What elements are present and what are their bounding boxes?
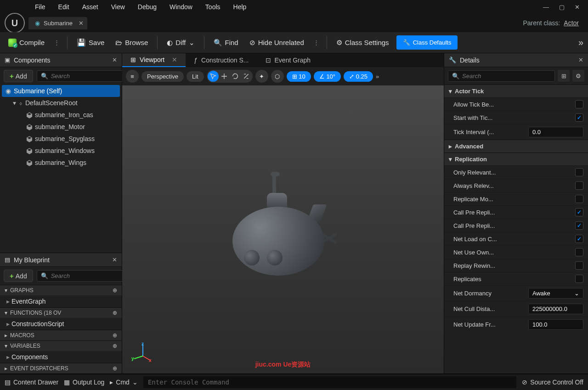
component-item[interactable]: submarine_Spyglass	[0, 133, 122, 145]
overflow-icon[interactable]: »	[376, 73, 379, 80]
save-button[interactable]: 💾 Save	[73, 35, 108, 50]
menu-debug[interactable]: Debug	[131, 1, 163, 12]
expand-icon[interactable]: ▾	[449, 88, 452, 95]
add-icon[interactable]: ⊕	[113, 365, 117, 372]
component-item[interactable]: submarine_Motor	[0, 121, 122, 133]
tab-viewport[interactable]: ⊞ Viewport✕	[122, 53, 186, 67]
myblueprint-panel-tab[interactable]: ▤ My Blueprint ✕	[0, 253, 122, 267]
bp-item[interactable]: ▸ Components	[0, 351, 122, 363]
add-icon[interactable]: ⊕	[113, 287, 117, 294]
components-search[interactable]: 🔍	[37, 70, 133, 82]
close-icon[interactable]: ✕	[575, 4, 580, 11]
parent-class-link[interactable]: Actor	[564, 19, 579, 27]
expand-icon[interactable]: ▾	[5, 287, 7, 294]
checkbox[interactable]	[575, 221, 583, 230]
dropdown[interactable]: Awake⌄	[528, 288, 583, 299]
cmd-selector[interactable]: ▸ Cmd ⌄	[110, 379, 138, 386]
component-item[interactable]: ◉ Submarine (Self)	[2, 85, 120, 97]
components-panel-tab[interactable]: ▣ Components ✕	[0, 53, 122, 67]
menu-file[interactable]: File	[28, 1, 52, 12]
surface-snap-icon[interactable]: ⬡	[271, 70, 284, 83]
checkbox[interactable]	[575, 181, 583, 190]
checkbox[interactable]	[575, 208, 583, 216]
viewport[interactable]: zyx jiuc.com Ue资源站	[122, 85, 444, 373]
bp-item[interactable]: ▸ ConstructionScript	[0, 318, 122, 330]
component-item[interactable]: ▾ ⬨ DefaultSceneRoot	[0, 97, 122, 109]
bp-section-header[interactable]: ▾ FUNCTIONS (18 OV⊕	[0, 307, 122, 318]
number-input[interactable]	[528, 304, 583, 314]
overflow-icon[interactable]: »	[578, 37, 583, 48]
add-component-button[interactable]: + Add	[4, 70, 33, 82]
lit-button[interactable]: Lit	[187, 71, 204, 82]
details-search-input[interactable]	[462, 73, 551, 79]
expand-icon[interactable]: ▸	[5, 332, 7, 339]
detail-section-header[interactable]: ▾ Actor Tick	[444, 85, 588, 97]
coord-space-icon[interactable]: ✦	[255, 70, 268, 83]
menu-help[interactable]: Help	[227, 1, 253, 12]
bp-section-header[interactable]: ▸ MACROS⊕	[0, 330, 122, 340]
component-item[interactable]: submarine_Iron_cas	[0, 109, 122, 121]
minimize-icon[interactable]: —	[543, 4, 549, 11]
gear-icon[interactable]: ⚙	[572, 70, 584, 82]
checkbox[interactable]	[575, 275, 583, 283]
blueprint-search[interactable]: 🔍	[37, 270, 133, 282]
compile-options-icon[interactable]: ⋮	[52, 39, 62, 46]
checkbox[interactable]	[575, 261, 583, 270]
blueprint-search-input[interactable]	[51, 272, 129, 279]
asset-tab[interactable]: ◉ Submarine ✕	[28, 17, 87, 29]
add-icon[interactable]: ⊕	[113, 332, 117, 339]
add-blueprint-button[interactable]: + Add	[4, 270, 33, 282]
tab-construction-s-[interactable]: ƒ Construction S...	[186, 53, 257, 67]
component-item[interactable]: submarine_Windows	[0, 145, 122, 157]
content-drawer-button[interactable]: ▤ Content Drawer	[5, 379, 58, 386]
details-search[interactable]: 🔍	[448, 70, 555, 82]
maximize-icon[interactable]: ▢	[559, 4, 565, 11]
output-log-button[interactable]: ▦ Output Log	[64, 379, 104, 386]
source-control-button[interactable]: ⊘ Source Control Off	[522, 379, 583, 386]
checkbox[interactable]	[575, 235, 583, 243]
expand-icon[interactable]: ▾	[5, 343, 7, 349]
checkbox[interactable]	[575, 195, 583, 203]
number-input[interactable]	[528, 127, 583, 137]
browse-button[interactable]: 🗁 Browse	[112, 36, 152, 49]
angle-snap-button[interactable]: ∠ 10°	[314, 71, 341, 82]
class-settings-button[interactable]: ⚙ Class Settings	[333, 36, 393, 50]
perspective-button[interactable]: Perspective	[141, 71, 184, 82]
find-button[interactable]: 🔍 Find	[210, 36, 242, 50]
add-icon[interactable]: ⊕	[113, 310, 117, 316]
menu-tools[interactable]: Tools	[199, 1, 227, 12]
menu-window[interactable]: Window	[163, 1, 199, 12]
details-panel-tab[interactable]: 🔧 Details ✕	[444, 53, 588, 67]
menu-edit[interactable]: Edit	[52, 1, 76, 12]
advanced-section[interactable]: ▸ Advanced	[444, 140, 588, 153]
grid-snap-button[interactable]: ⊞ 10	[287, 71, 311, 82]
tab-close-icon[interactable]: ✕	[79, 20, 84, 27]
compile-button[interactable]: Compile	[5, 36, 48, 50]
translate-tool-icon[interactable]	[219, 71, 230, 82]
class-defaults-button[interactable]: 🔧 Class Defaults	[396, 35, 458, 50]
detail-section-header[interactable]: ▾ Replication	[444, 153, 588, 165]
checkbox[interactable]	[575, 100, 583, 108]
rotate-tool-icon[interactable]	[230, 71, 241, 82]
panel-close-icon[interactable]: ✕	[578, 57, 583, 63]
scale-tool-icon[interactable]	[241, 71, 252, 82]
console-input[interactable]: Enter Console Command	[143, 376, 516, 388]
bp-item[interactable]: ▸ EventGraph	[0, 295, 122, 307]
panel-close-icon[interactable]: ✕	[112, 256, 117, 263]
add-icon[interactable]: ⊕	[113, 343, 117, 349]
bp-section-header[interactable]: ▸ EVENT DISPATCHERS⊕	[0, 363, 122, 373]
menu-view[interactable]: View	[105, 1, 131, 12]
hide-options-icon[interactable]: ⋮	[311, 39, 321, 46]
component-item[interactable]: submarine_Wings	[0, 157, 122, 169]
expand-icon[interactable]: ▸	[449, 143, 452, 150]
hide-unrelated-button[interactable]: ⊘ Hide Unrelated	[246, 36, 308, 50]
menu-asset[interactable]: Asset	[76, 1, 105, 12]
expand-icon[interactable]: ▾	[13, 99, 16, 107]
expand-icon[interactable]: ▸	[5, 365, 7, 372]
tab-event-graph[interactable]: ⊡ Event Graph	[257, 53, 319, 67]
viewport-menu-icon[interactable]: ≡	[126, 70, 139, 83]
components-search-input[interactable]	[51, 73, 129, 79]
panel-close-icon[interactable]: ✕	[112, 57, 117, 63]
expand-icon[interactable]: ▾	[449, 156, 452, 163]
expand-icon[interactable]: ▾	[5, 310, 7, 316]
